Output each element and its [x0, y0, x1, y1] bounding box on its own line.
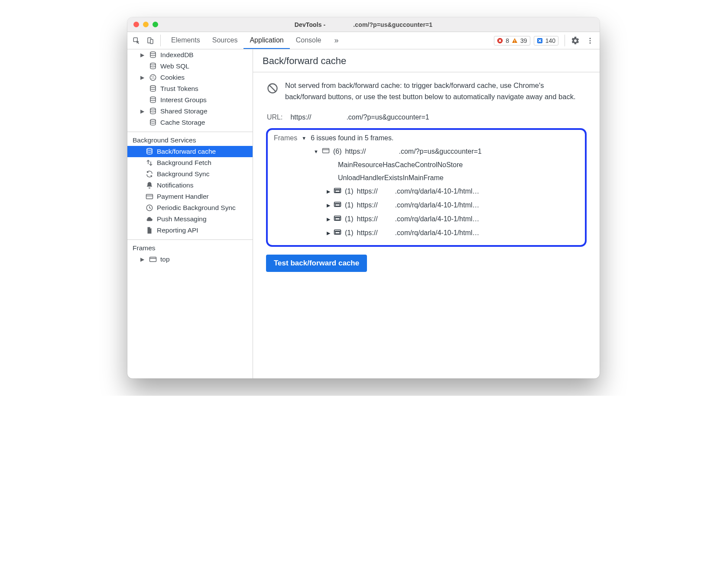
frames-tree: ▼ (6) https://.com/?p=us&guccounter=1 Ma… [274, 145, 579, 240]
svg-rect-37 [335, 204, 340, 206]
chevron-down-icon: ▼ [314, 149, 318, 154]
iframe-icon [334, 229, 341, 237]
test-bfcache-button[interactable]: Test back/forward cache [266, 255, 367, 272]
frame-row-main[interactable]: ▼ (6) https://.com/?p=us&guccounter=1 [274, 145, 579, 158]
bell-icon [146, 181, 153, 189]
sidebar-item-label: Cookies [160, 74, 185, 81]
tab-elements[interactable]: Elements [165, 32, 206, 49]
frame-count: (6) [333, 148, 342, 155]
separator [127, 132, 253, 132]
inspect-element-icon[interactable] [131, 32, 142, 49]
bfcache-reason: MainResourceHasCacheControlNoStore [274, 158, 579, 171]
chevron-right-icon: ▶ [140, 108, 146, 114]
database-icon [149, 107, 157, 115]
sidebar-item-frame-top[interactable]: ▶top [127, 254, 253, 265]
sync-icon [146, 170, 153, 178]
minimize-window-button[interactable] [143, 22, 149, 27]
chevron-right-icon: ▶ [140, 52, 146, 58]
frame-row-sub[interactable]: ▶(1)https://.com/rq/darla/4-10-1/html… [274, 184, 579, 198]
svg-rect-4 [514, 40, 515, 42]
sidebar-item-label: IndexedDB [160, 51, 194, 59]
svg-point-16 [153, 78, 154, 78]
sidebar-item-label: Background Fetch [157, 159, 211, 167]
sidebar-scroll[interactable]: ▶IndexedDBWeb SQL▶CookiesTrust TokensInt… [127, 49, 253, 378]
svg-point-11 [150, 63, 156, 65]
chevron-right-icon: ▶ [327, 203, 330, 208]
frame-url: https://.com/?p=us&guccounter=1 [345, 148, 481, 155]
svg-rect-23 [146, 194, 153, 199]
sidebar-item-payment-handler[interactable]: Payment Handler [127, 191, 253, 202]
clock-icon [146, 204, 153, 212]
sidebar-item-back-forward-cache[interactable]: Back/forward cache [127, 146, 253, 157]
sidebar-item-cookies[interactable]: ▶Cookies [127, 72, 253, 83]
database-icon [146, 148, 153, 155]
sidebar-item-label: Web SQL [160, 62, 189, 70]
database-icon [149, 119, 157, 126]
frame-url: https://.com/rq/darla/4-10-1/html… [357, 229, 480, 237]
file-icon [146, 226, 153, 234]
sidebar-item-label: Notifications [157, 181, 193, 189]
frame-row-sub[interactable]: ▶(1)https://.com/rq/darla/4-10-1/html… [274, 226, 579, 240]
issues-count: 140 [545, 37, 555, 44]
transfer-icon [146, 159, 153, 167]
sidebar: ▶IndexedDBWeb SQL▶CookiesTrust TokensInt… [127, 49, 253, 378]
sidebar-item-periodic-background-sync[interactable]: Periodic Background Sync [127, 202, 253, 213]
sidebar-item-shared-storage[interactable]: ▶Shared Storage [127, 106, 253, 117]
chevron-right-icon: ▶ [327, 230, 330, 236]
separator [127, 239, 253, 240]
sidebar-item-push-messaging[interactable]: Push Messaging [127, 213, 253, 225]
device-toolbar-icon[interactable] [145, 32, 156, 49]
close-window-button[interactable] [133, 22, 139, 27]
sidebar-item-indexeddb[interactable]: ▶IndexedDB [127, 49, 253, 61]
svg-point-19 [150, 97, 156, 99]
sidebar-item-reporting-api[interactable]: Reporting API [127, 225, 253, 236]
sidebar-item-background-fetch[interactable]: Background Fetch [127, 157, 253, 168]
sidebar-section-background-services: Background Services [127, 135, 253, 146]
sidebar-item-label: Shared Storage [160, 107, 208, 115]
svg-point-7 [590, 38, 591, 39]
titlebar: DevTools - .com/?p=us&guccounter=1 [127, 17, 600, 32]
frame-url: https://.com/rq/darla/4-10-1/html… [357, 187, 480, 195]
window-title: DevTools - .com/?p=us&guccounter=1 [127, 21, 600, 28]
sidebar-item-label: Trust Tokens [160, 85, 198, 93]
separator [565, 35, 565, 46]
error-warning-chip[interactable]: 8 39 [494, 36, 530, 45]
svg-point-13 [152, 76, 153, 77]
tab-strip: Elements Sources Application Console » 8… [127, 32, 600, 49]
sidebar-item-cache-storage[interactable]: Cache Storage [127, 117, 253, 128]
issues-chip[interactable]: 140 [534, 36, 558, 45]
svg-rect-26 [150, 257, 156, 262]
iframe-icon [334, 215, 341, 223]
not-cached-icon [266, 82, 279, 95]
frame-count: (1) [345, 229, 354, 237]
chevron-down-icon: ▼ [302, 136, 306, 141]
frame-row-sub[interactable]: ▶(1)https://.com/rq/darla/4-10-1/html… [274, 212, 579, 226]
iframe-icon [334, 201, 341, 210]
more-options-icon[interactable] [584, 32, 596, 49]
title-app: DevTools - [295, 21, 328, 28]
frames-summary-row[interactable]: Frames ▼ 6 issues found in 5 frames. [274, 134, 579, 145]
database-icon [149, 85, 157, 93]
frame-row-sub[interactable]: ▶(1)https://.com/rq/darla/4-10-1/html… [274, 198, 579, 212]
database-icon [149, 62, 157, 70]
database-icon [149, 96, 157, 104]
tab-application[interactable]: Application [243, 32, 289, 49]
tab-sources[interactable]: Sources [206, 32, 244, 49]
sidebar-item-label: top [160, 255, 170, 263]
frame-icon [149, 255, 157, 263]
sidebar-item-trust-tokens[interactable]: Trust Tokens [127, 83, 253, 94]
sidebar-item-background-sync[interactable]: Background Sync [127, 168, 253, 180]
sidebar-item-web-sql[interactable]: Web SQL [127, 61, 253, 72]
frame-count: (1) [345, 187, 354, 195]
sidebar-item-interest-groups[interactable]: Interest Groups [127, 94, 253, 106]
zoom-window-button[interactable] [153, 22, 158, 27]
more-tabs-button[interactable]: » [330, 32, 343, 49]
sidebar-item-label: Payment Handler [157, 193, 209, 200]
sidebar-item-label: Reporting API [157, 226, 198, 234]
sidebar-item-notifications[interactable]: Notifications [127, 180, 253, 191]
chevron-right-icon: ▶ [327, 216, 330, 222]
svg-point-17 [153, 77, 153, 78]
tab-console[interactable]: Console [290, 32, 328, 49]
svg-point-8 [590, 40, 591, 41]
settings-icon[interactable] [569, 32, 581, 49]
